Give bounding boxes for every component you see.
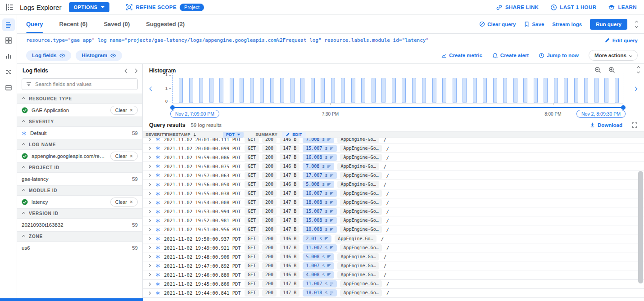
nav-logs-dashboard[interactable]: [2, 34, 15, 47]
latency-chip[interactable]: 11.007 s: [303, 244, 337, 252]
time-range-slider[interactable]: [172, 107, 623, 108]
histogram-bar[interactable]: [209, 78, 213, 103]
nav-logs-storage[interactable]: [2, 81, 15, 94]
timestamp-column-header[interactable]: TIMESTAMP: [165, 132, 223, 137]
status-chip[interactable]: 200: [262, 253, 277, 261]
user-agent-chip[interactable]: AppEngine-Go…: [337, 181, 379, 188]
log-row[interactable]: 2021-11-02 19:44:00.841 PDTGET200147 B18…: [143, 289, 644, 298]
nav-logs-router[interactable]: [2, 66, 15, 78]
user-agent-chip[interactable]: AppEngine-Go…: [340, 145, 381, 152]
expand-row-chevron-icon[interactable]: [147, 265, 151, 267]
method-chip[interactable]: GET: [245, 190, 259, 197]
expand-row-chevron-icon[interactable]: [147, 238, 151, 240]
user-agent-chip[interactable]: AppEngine-Go…: [337, 163, 379, 170]
status-chip[interactable]: 200: [262, 138, 277, 143]
histogram-bar[interactable]: [483, 78, 487, 103]
size-chip[interactable]: 147 B: [280, 289, 299, 297]
latency-chip[interactable]: 4.008 s: [303, 271, 334, 279]
pan-left-arrow[interactable]: [150, 85, 153, 92]
learn-button[interactable]: LEARN: [608, 4, 637, 11]
log-row[interactable]: 2021-11-02 19:58:00.075 PDTGET200146 B7.…: [143, 162, 644, 171]
histogram-bar[interactable]: [270, 78, 274, 103]
log-row[interactable]: 2021-11-02 19:55:00.038 PDTGET200147 B16…: [143, 189, 644, 198]
latency-chip[interactable]: 18.008 s: [303, 199, 337, 206]
log-row[interactable]: 2021-11-02 19:49:00.921 PDTGET200147 B11…: [143, 243, 644, 252]
histogram-bar[interactable]: [260, 78, 264, 103]
method-chip[interactable]: GET: [245, 145, 259, 152]
histogram-bar[interactable]: [534, 78, 538, 103]
user-agent-chip[interactable]: AppEngine-Go…: [337, 262, 379, 270]
histogram-bar[interactable]: [300, 78, 304, 103]
nav-logs-metrics[interactable]: [2, 50, 15, 63]
size-chip[interactable]: 146 B: [280, 235, 299, 243]
size-chip[interactable]: 146 B: [280, 253, 299, 261]
latency-chip[interactable]: 16.008 s: [303, 154, 337, 161]
latency-chip[interactable]: 15.007 s: [303, 208, 337, 215]
status-chip[interactable]: 200: [262, 190, 277, 197]
time-range-button[interactable]: LAST 1 HOUR: [550, 4, 596, 11]
latency-chip[interactable]: 11.007 s: [303, 280, 337, 288]
histogram-bar[interactable]: [544, 78, 548, 103]
query-text[interactable]: resource.type="gae_app" log_name="projec…: [26, 37, 597, 43]
histogram-bar[interactable]: [442, 78, 446, 103]
user-agent-chip[interactable]: AppEngine-Go…: [340, 280, 381, 288]
create-alert-button[interactable]: Create alert: [492, 53, 529, 58]
log-fields-item[interactable]: latencyClear×: [17, 196, 142, 208]
jump-to-now-button[interactable]: Jump to now: [539, 53, 579, 58]
log-fields-item[interactable]: GAE ApplicationClear×: [17, 104, 142, 117]
collapse-histogram-control[interactable]: [637, 67, 639, 73]
share-link-button[interactable]: SHARE LINK: [496, 4, 539, 11]
user-agent-chip[interactable]: AppEngine-Go…: [340, 190, 381, 197]
histogram-bar[interactable]: [219, 78, 223, 103]
histogram-bar[interactable]: [523, 78, 527, 103]
user-agent-chip[interactable]: AppEngine-Go…: [340, 289, 381, 297]
size-chip[interactable]: 147 B: [280, 172, 299, 179]
histogram-bar[interactable]: [493, 78, 497, 103]
status-chip[interactable]: 200: [262, 244, 277, 252]
histogram-bar[interactable]: [554, 78, 558, 103]
user-agent-chip[interactable]: AppEngine-Go…: [340, 154, 381, 161]
latency-chip[interactable]: 7.008 s: [303, 138, 334, 143]
status-chip[interactable]: 200: [262, 262, 277, 270]
expand-row-chevron-icon[interactable]: [147, 156, 151, 158]
method-chip[interactable]: GET: [245, 289, 259, 297]
user-agent-chip[interactable]: AppEngine-Go…: [337, 271, 379, 279]
log-fields-section-header[interactable]: SEVERITY: [17, 117, 142, 127]
method-chip[interactable]: GET: [245, 199, 259, 206]
size-chip[interactable]: 147 B: [280, 217, 299, 224]
expand-row-chevron-icon[interactable]: [147, 211, 151, 213]
histogram-bar[interactable]: [503, 78, 507, 103]
user-agent-chip[interactable]: AppEngine-Go…: [340, 199, 381, 206]
fullscreen-icon[interactable]: [631, 122, 638, 128]
status-chip[interactable]: 200: [262, 271, 277, 279]
nav-logs-explorer[interactable]: [2, 18, 15, 31]
latency-chip[interactable]: 15.007 s: [303, 145, 337, 152]
log-row[interactable]: 2021-11-02 19:54:00.008 PDTGET200147 B18…: [143, 198, 644, 207]
status-chip[interactable]: 200: [262, 145, 277, 152]
options-button[interactable]: OPTIONS: [69, 2, 109, 12]
log-fields-section-header[interactable]: VERSION ID: [17, 208, 142, 219]
edit-query-button[interactable]: Edit query: [604, 37, 638, 43]
method-chip[interactable]: GET: [245, 244, 259, 252]
histogram-bar[interactable]: [240, 78, 244, 103]
histogram-bar[interactable]: [331, 78, 335, 103]
size-chip[interactable]: 147 B: [280, 199, 299, 206]
expand-row-chevron-icon[interactable]: [147, 274, 151, 276]
histogram-bar[interactable]: [290, 78, 295, 103]
histogram-bar[interactable]: [594, 78, 599, 103]
stream-logs-button[interactable]: Stream logs: [552, 22, 582, 27]
size-chip[interactable]: 146 B: [280, 271, 299, 279]
histogram-bar[interactable]: [432, 78, 436, 103]
project-scope-badge[interactable]: Project: [180, 4, 204, 11]
expand-row-chevron-icon[interactable]: [147, 174, 151, 176]
tab-query[interactable]: Query: [26, 15, 43, 33]
expand-row-chevron-icon[interactable]: [147, 193, 151, 195]
method-chip[interactable]: GET: [245, 181, 259, 188]
histogram-bar[interactable]: [372, 78, 376, 103]
user-agent-chip[interactable]: AppEngine-Go…: [337, 253, 379, 261]
log-fields-section-header[interactable]: ZONE: [17, 231, 142, 242]
histogram-bar[interactable]: [341, 78, 345, 103]
refine-scope-button[interactable]: REFINE SCOPE Project: [126, 4, 204, 11]
latency-chip[interactable]: 5.008 s: [303, 181, 334, 188]
method-chip[interactable]: GET: [245, 235, 259, 243]
